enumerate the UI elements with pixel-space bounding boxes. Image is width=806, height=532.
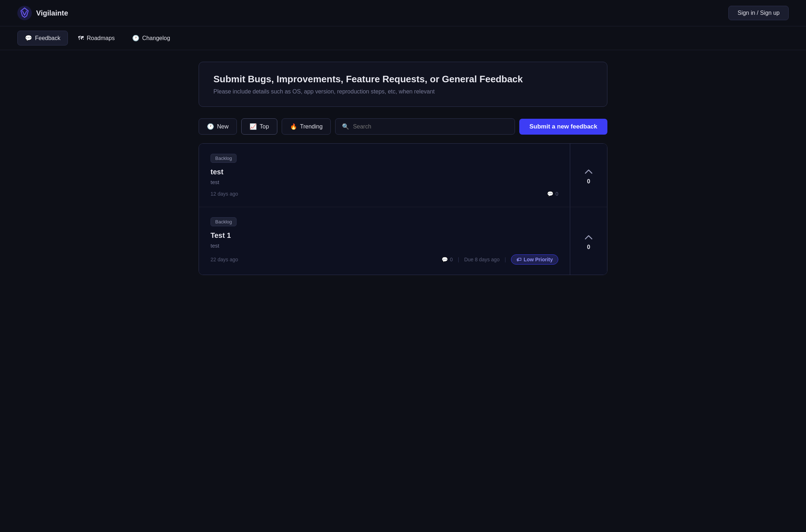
clock-icon: 🕐 — [132, 35, 139, 42]
nav: 💬 Feedback 🗺 Roadmaps 🕐 Changelog — [0, 26, 806, 50]
chat-icon: 💬 — [25, 35, 32, 42]
comment-number: 0 — [450, 257, 453, 262]
toolbar: 🕐 New 📈 Top 🔥 Trending 🔍 Submit a new fe… — [199, 118, 607, 135]
feedback-description: test — [211, 243, 558, 249]
time-ago: 22 days ago — [211, 257, 238, 262]
banner-subtitle: Please include details such as OS, app v… — [213, 88, 593, 95]
feedback-list: Backlog test test 12 days ago 💬 0 — [199, 143, 607, 275]
nav-item-changelog[interactable]: 🕐 Changelog — [125, 31, 177, 45]
status-badge: Backlog — [211, 217, 237, 226]
time-ago: 12 days ago — [211, 191, 238, 197]
new-filter-button[interactable]: 🕐 New — [199, 118, 237, 135]
comment-number: 0 — [555, 191, 558, 197]
trending-filter-button[interactable]: 🔥 Trending — [282, 118, 331, 135]
trending-label: Trending — [300, 123, 323, 130]
tag-icon: 🏷 — [516, 257, 521, 262]
due-date: Due 8 days ago — [464, 257, 499, 262]
top-icon: 📈 — [250, 123, 257, 130]
header: Vigilainte Sign in / Sign up — [0, 0, 806, 26]
new-icon: 🕐 — [207, 123, 214, 130]
feedback-title: test — [211, 168, 558, 176]
vote-area: 0 — [570, 144, 607, 207]
fire-icon: 🔥 — [290, 123, 297, 130]
nav-roadmaps-label: Roadmaps — [87, 35, 114, 42]
feedback-title: Test 1 — [211, 231, 558, 240]
search-box: 🔍 — [335, 118, 515, 135]
nav-feedback-label: Feedback — [35, 35, 60, 42]
banner-title: Submit Bugs, Improvements, Feature Reque… — [213, 74, 593, 85]
vote-count: 0 — [587, 178, 590, 185]
nav-item-feedback[interactable]: 💬 Feedback — [17, 31, 68, 45]
vote-area: 0 — [570, 207, 607, 275]
logo-text: Vigilainte — [36, 9, 68, 17]
map-icon: 🗺 — [78, 35, 84, 42]
chevron-up-icon — [585, 235, 593, 240]
feedback-content-2: Backlog Test 1 test 22 days ago 💬 0 | Du… — [199, 207, 570, 275]
main-content: Submit Bugs, Improvements, Feature Reque… — [190, 50, 616, 287]
banner: Submit Bugs, Improvements, Feature Reque… — [199, 62, 607, 107]
search-icon: 🔍 — [342, 123, 349, 130]
table-row: Backlog Test 1 test 22 days ago 💬 0 | Du… — [199, 207, 607, 275]
logo-icon — [17, 6, 32, 20]
vote-count: 0 — [587, 244, 590, 250]
logo-area: Vigilainte — [17, 6, 68, 20]
new-label: New — [217, 123, 229, 130]
chevron-up-icon — [585, 169, 593, 174]
feedback-content-1: Backlog test test 12 days ago 💬 0 — [199, 144, 570, 207]
upvote-button[interactable] — [583, 232, 594, 243]
comment-icon: 💬 — [442, 257, 448, 262]
comment-icon: 💬 — [547, 191, 553, 197]
feedback-meta: 12 days ago 💬 0 — [211, 191, 558, 197]
search-input[interactable] — [353, 123, 508, 130]
comment-count: 💬 0 — [442, 257, 453, 262]
submit-feedback-button[interactable]: Submit a new feedback — [519, 119, 607, 135]
feedback-meta: 22 days ago 💬 0 | Due 8 days ago | 🏷 Low… — [211, 254, 558, 265]
nav-changelog-label: Changelog — [142, 35, 170, 42]
top-label: Top — [260, 123, 269, 130]
priority-label: Low Priority — [524, 257, 553, 262]
feedback-description: test — [211, 179, 558, 185]
nav-item-roadmaps[interactable]: 🗺 Roadmaps — [71, 31, 122, 45]
status-badge: Backlog — [211, 154, 237, 163]
comment-count: 💬 0 — [547, 191, 558, 197]
top-filter-button[interactable]: 📈 Top — [241, 118, 277, 135]
upvote-button[interactable] — [583, 166, 594, 177]
sign-in-button[interactable]: Sign in / Sign up — [728, 6, 789, 20]
table-row: Backlog test test 12 days ago 💬 0 — [199, 144, 607, 207]
priority-tag: 🏷 Low Priority — [511, 254, 558, 265]
